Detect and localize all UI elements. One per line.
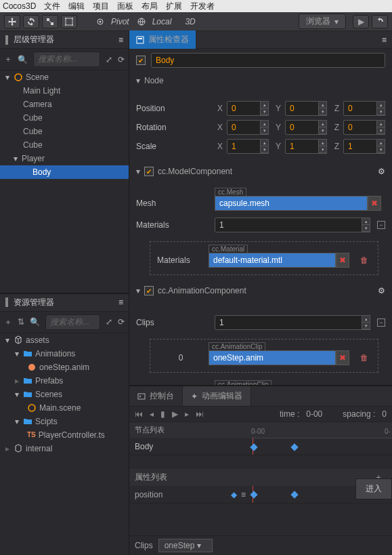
refresh-icon[interactable]: ⟳ <box>118 317 125 327</box>
folder-scripts[interactable]: ▾Scipts <box>0 415 129 428</box>
sort-icon[interactable]: ⇅ <box>18 317 24 327</box>
first-frame-icon[interactable]: ⏮ <box>135 409 143 419</box>
resize-handle-icon[interactable] <box>5 35 8 45</box>
timeline-prop-position[interactable]: position ◆ ≡ <box>129 490 251 499</box>
animation-component-header[interactable]: ▾ ✔ cc.AnimationComponent ⚙ <box>129 282 392 300</box>
scale-tool[interactable] <box>42 15 58 28</box>
material-field[interactable]: default-material.mtl <box>209 253 336 268</box>
clip-select[interactable]: oneStep ▾ <box>158 539 213 552</box>
mesh-field[interactable]: capsule.mesh <box>215 196 368 211</box>
clear-icon[interactable]: ✖ <box>336 350 349 365</box>
refresh-icon[interactable]: ⟳ <box>118 55 125 64</box>
scene-root[interactable]: ▾Scene <box>0 70 129 84</box>
list-icon[interactable]: ≡ <box>241 490 246 499</box>
materials-count[interactable]: 1 <box>215 218 362 232</box>
pivot-toggle[interactable]: Pivot <box>96 17 135 26</box>
collapse-icon[interactable]: − <box>377 318 385 327</box>
keyframe[interactable] <box>290 443 298 451</box>
menu-panel[interactable]: 面板 <box>117 1 133 12</box>
model-component-header[interactable]: ▾ ✔ cc.ModelComponent ⚙ <box>129 163 392 180</box>
move-tool[interactable] <box>4 15 20 28</box>
last-frame-icon[interactable]: ⏭ <box>196 409 204 419</box>
rotation-x[interactable]: 0 <box>227 120 261 135</box>
assets-search[interactable]: 搜索名称... <box>45 314 100 330</box>
menu-file[interactable]: 文件 <box>44 1 60 12</box>
stop-icon[interactable]: ▮ <box>160 409 165 419</box>
menu-project[interactable]: 项目 <box>93 1 109 12</box>
delete-icon[interactable]: 🗑 <box>357 255 371 265</box>
asset-onestep[interactable]: oneStep.anim <box>0 361 129 374</box>
scale-z[interactable]: 1 <box>343 139 377 154</box>
browser-button[interactable]: 浏览器 ▾ <box>299 14 346 29</box>
node-section-header[interactable]: ▾Node <box>129 72 392 89</box>
rotate-tool[interactable] <box>23 15 39 28</box>
model-enabled-checkbox[interactable]: ✔ <box>144 167 154 176</box>
position-x[interactable]: 0 <box>227 101 261 116</box>
menu-layout[interactable]: 布局 <box>141 1 158 12</box>
spinner[interactable]: ▴▾ <box>261 101 269 116</box>
hierarchy-item[interactable]: Cube <box>0 125 129 138</box>
expand-icon[interactable]: ⤢ <box>106 55 112 64</box>
rotation-z[interactable]: 0 <box>343 120 377 135</box>
hierarchy-item[interactable]: Cube <box>0 138 129 152</box>
assets-internal[interactable]: ▸internal <box>0 442 129 455</box>
menu-edit[interactable]: 编辑 <box>68 1 85 12</box>
inspector-tab[interactable]: 属性检查器 <box>129 30 196 49</box>
add-node-icon[interactable]: ＋ <box>4 54 12 65</box>
search-icon[interactable]: 🔍 <box>18 55 28 64</box>
play-button[interactable]: ▶ <box>353 15 369 28</box>
node-active-checkbox[interactable]: ✔ <box>136 56 146 65</box>
clear-icon[interactable]: ✖ <box>336 253 349 268</box>
node-name-input[interactable]: Body <box>151 53 385 68</box>
folder-prefabs[interactable]: ▸Prefabs <box>0 374 129 388</box>
search-icon[interactable]: 🔍 <box>30 317 40 327</box>
keyframe[interactable] <box>290 491 298 498</box>
keyframe-icon[interactable]: ◆ <box>231 490 237 499</box>
folder-animations[interactable]: ▾Animations <box>0 347 129 361</box>
spinner[interactable]: ▴▾ <box>377 101 385 116</box>
hierarchy-item[interactable]: Cube <box>0 111 129 125</box>
hierarchy-menu-icon[interactable]: ≡ <box>118 35 123 45</box>
gear-icon[interactable]: ⚙ <box>378 167 385 176</box>
resize-handle-icon[interactable] <box>5 297 8 307</box>
rotation-y[interactable]: 0 <box>285 120 319 135</box>
asset-playercontroller[interactable]: TSPlayerController.ts <box>0 428 129 442</box>
menu-developer[interactable]: 开发者 <box>190 1 215 12</box>
tab-animation-editor[interactable]: ✦ 动画编辑器 <box>183 386 251 406</box>
position-z[interactable]: 0 <box>343 101 377 116</box>
folder-scenes[interactable]: ▾Scenes <box>0 388 129 401</box>
local-toggle[interactable]: Local <box>137 17 177 26</box>
refresh-button[interactable] <box>372 15 388 28</box>
spinner[interactable]: ▴▾ <box>319 101 327 116</box>
asset-mainscene[interactable]: Main.scene <box>0 401 129 415</box>
tab-console[interactable]: 控制台 <box>129 386 183 406</box>
scale-x[interactable]: 1 <box>227 139 261 154</box>
clips-count[interactable]: 1 <box>215 315 362 330</box>
scale-y[interactable]: 1 <box>285 139 319 154</box>
next-frame-icon[interactable]: ▸ <box>185 409 189 419</box>
play-icon[interactable]: ▶ <box>172 409 178 419</box>
inspector-menu-icon[interactable]: ≡ <box>382 35 387 45</box>
assets-menu-icon[interactable]: ≡ <box>118 297 123 307</box>
hierarchy-body[interactable]: Body <box>0 165 129 179</box>
prev-frame-icon[interactable]: ◂ <box>150 409 154 419</box>
gear-icon[interactable]: ⚙ <box>378 286 385 295</box>
keyframe[interactable] <box>250 443 257 451</box>
enter-button[interactable]: 进入 <box>355 478 392 499</box>
expand-icon[interactable]: ⤢ <box>106 317 112 327</box>
clear-icon[interactable]: ✖ <box>368 196 381 211</box>
timeline-node-body[interactable]: Body <box>129 442 251 451</box>
menu-extension[interactable]: 扩展 <box>166 1 182 12</box>
rect-tool[interactable] <box>61 15 77 28</box>
add-asset-icon[interactable]: ＋ <box>4 316 12 328</box>
assets-root[interactable]: ▾assets <box>0 333 129 347</box>
hierarchy-item[interactable]: Camera <box>0 98 129 111</box>
keyframe[interactable] <box>250 491 257 498</box>
delete-icon[interactable]: 🗑 <box>357 353 371 363</box>
timeline-track[interactable]: 0-00 0- <box>251 438 392 455</box>
hierarchy-player[interactable]: ▾Player <box>0 152 129 165</box>
position-y[interactable]: 0 <box>285 101 319 116</box>
mode-toggle[interactable]: 3D <box>179 17 200 26</box>
animation-enabled-checkbox[interactable]: ✔ <box>144 286 154 295</box>
hierarchy-search[interactable]: 搜索名称... <box>33 52 100 67</box>
